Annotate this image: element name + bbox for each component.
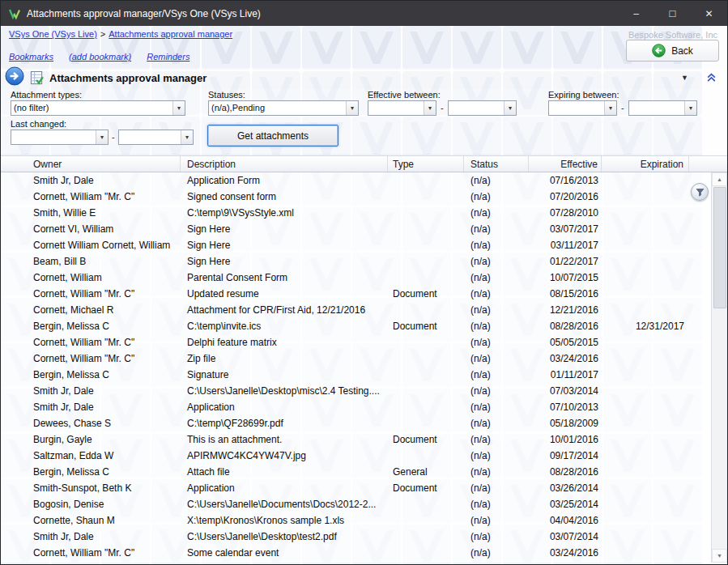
- cell-description: Application: [181, 482, 388, 494]
- minimize-button[interactable]: –: [618, 1, 654, 26]
- column-header-description[interactable]: Description: [181, 156, 388, 172]
- table-row[interactable]: Smith Jr, DaleApplication Form(n/a)07/16…: [1, 172, 711, 189]
- effective-from-dropdown[interactable]: ▾: [368, 100, 436, 116]
- table-row[interactable]: Smith Jr, DaleApplication(n/a)07/10/2013: [1, 399, 711, 415]
- panel-menu-arrow-icon[interactable]: ▼: [681, 74, 688, 82]
- vertical-scrollbar[interactable]: ▲ ▼: [711, 172, 727, 563]
- cell-effective: 08/28/2016: [529, 466, 602, 478]
- chevron-down-icon[interactable]: ▾: [96, 130, 108, 144]
- cell-status: (n/a): [464, 304, 529, 316]
- cell-effective: 03/11/2017: [529, 240, 602, 251]
- table-row[interactable]: Bergin, Melissa CSignature(n/a)01/11/201…: [1, 367, 711, 383]
- table-row[interactable]: Cornette, Shaun MX:\temp\Kronos\Kronos s…: [1, 512, 711, 529]
- table-row[interactable]: Cornett, William "Mr. C"Some calendar ev…: [1, 545, 711, 561]
- cell-effective: 03/24/2016: [529, 353, 602, 364]
- statuses-dropdown[interactable]: (n/a),Pending ▾: [208, 100, 359, 116]
- back-button-label: Back: [671, 45, 693, 57]
- cell-description: Sign Here: [181, 223, 388, 235]
- cell-description: C:\Users\Janelle\Desktop\misc\2.4 Testin…: [181, 385, 388, 397]
- table-row[interactable]: Cornett, William "Mr. C"Zip file(n/a)03/…: [1, 350, 711, 367]
- scroll-down-icon[interactable]: ▼: [712, 549, 727, 563]
- cell-description: This is an attachment.: [181, 434, 388, 445]
- table-row[interactable]: Cornett, Michael RAttachment for CPR/Fir…: [1, 302, 711, 318]
- table-row[interactable]: Smith Jr, DaleC:\Users\Janelle\Desktop\m…: [1, 383, 711, 399]
- table-row[interactable]: Beam, Bill BSign Here(n/a)01/22/2017: [1, 253, 711, 270]
- cell-description: Attachment for CPR/First Aid, 12/21/2016: [181, 304, 388, 316]
- last-changed-from-dropdown[interactable]: ▾: [11, 130, 109, 145]
- column-header-owner[interactable]: Owner: [1, 156, 181, 172]
- table-row[interactable]: Smith-Sunspot, Beth KApplicationDocument…: [1, 480, 711, 496]
- table-header: Owner Description Type Status Effective …: [1, 155, 727, 172]
- chevron-down-icon[interactable]: ▾: [604, 101, 616, 115]
- expiring-to-dropdown[interactable]: ▾: [628, 100, 697, 116]
- cell-type: Document: [388, 288, 464, 299]
- cell-owner: Cornette, Shaun M: [1, 515, 181, 526]
- table-row[interactable]: Burgin, GayleThis is an attachment.Docum…: [1, 431, 711, 448]
- table-row[interactable]: Cornett VI, WilliamSign Here(n/a)03/07/2…: [1, 221, 711, 237]
- table-row[interactable]: Dewees, Chase SC:\temp\QF28699r.pdf(n/a)…: [1, 415, 711, 431]
- cell-owner: Smith Jr, Dale: [1, 531, 181, 542]
- column-header-expiration[interactable]: Expiration: [602, 156, 689, 172]
- column-header-type[interactable]: Type: [388, 156, 464, 172]
- table-row[interactable]: Cornett, William "Mr. C"Updated resumeDo…: [1, 286, 711, 302]
- filter-funnel-button[interactable]: [691, 183, 709, 201]
- table-row[interactable]: Smith, Willie EC:\temp\9\VSysStyle.xml(n…: [1, 205, 711, 221]
- cell-description: Delphi feature matrix: [181, 337, 388, 348]
- table-row[interactable]: Cornett, WilliamParental Consent Form(n/…: [1, 270, 711, 286]
- column-header-effective[interactable]: Effective: [529, 156, 602, 172]
- cell-owner: Bergin, Melissa C: [1, 466, 181, 478]
- cell-description: C:\temp\QF28699r.pdf: [181, 418, 388, 429]
- expiring-to-value: [629, 101, 684, 115]
- get-attachments-button[interactable]: Get attachments: [207, 125, 338, 147]
- chevron-down-icon[interactable]: ▾: [181, 130, 193, 144]
- table-row[interactable]: Saltzman, Edda WAPIRMWC4KC4YW47V.jpg(n/a…: [1, 448, 711, 464]
- cell-status: (n/a): [464, 256, 529, 267]
- expiring-from-dropdown[interactable]: ▾: [548, 100, 617, 116]
- last-changed-from-value: [11, 130, 96, 144]
- attachment-types-dropdown[interactable]: (no filter) ▾: [11, 100, 185, 116]
- table-row[interactable]: Cornett, William "Mr. C"Signed consent f…: [1, 189, 711, 205]
- cell-expiration: 12/31/2017: [602, 321, 689, 332]
- navigate-button[interactable]: [5, 66, 24, 86]
- cell-owner: Smith, Willie E: [1, 207, 181, 219]
- range-separator: -: [441, 103, 444, 113]
- cell-effective: 05/05/2015: [529, 337, 602, 348]
- cell-status: (n/a): [464, 369, 529, 380]
- page-title: Attachments approval manager: [49, 72, 206, 84]
- window-title: Attachments approval manager/VSys One (V…: [27, 8, 261, 19]
- cell-owner: Burgin, Gayle: [1, 434, 181, 445]
- cell-effective: 04/04/2016: [529, 515, 602, 526]
- expiring-between-label: Expiring between:: [548, 90, 619, 100]
- table-row[interactable]: Bogosin, DeniseC:\Users\Janelle\Document…: [1, 496, 711, 512]
- chevron-down-icon[interactable]: ▾: [346, 101, 358, 115]
- table-row[interactable]: Cornett, William "Mr. C"Delphi feature m…: [1, 334, 711, 350]
- table-row[interactable]: Bergin, Melissa CC:\temp\invite.icsDocum…: [1, 318, 711, 334]
- breadcrumb-home-link[interactable]: VSys One (VSys Live): [9, 29, 97, 39]
- bookmarks-link[interactable]: Bookmarks: [9, 52, 53, 62]
- table-row[interactable]: Smith Jr, DaleC:\Users\Janelle\Desktop\t…: [1, 529, 711, 545]
- quick-links: Bookmarks (add bookmark) Reminders: [9, 52, 202, 62]
- effective-to-dropdown[interactable]: ▾: [448, 100, 517, 116]
- cell-status: (n/a): [464, 353, 529, 364]
- last-changed-to-dropdown[interactable]: ▾: [118, 130, 194, 145]
- table-row[interactable]: Cornett William Cornett, WilliamSign Her…: [1, 237, 711, 253]
- add-bookmark-link[interactable]: (add bookmark): [69, 52, 131, 62]
- scrollbar-thumb[interactable]: [713, 187, 726, 308]
- chevron-down-icon[interactable]: ▾: [172, 101, 185, 115]
- table-row[interactable]: Bergin, Melissa CAttach fileGeneral(n/a)…: [1, 464, 711, 480]
- close-button[interactable]: ✕: [691, 1, 727, 26]
- cell-owner: Cornett, William: [1, 272, 181, 283]
- breadcrumb-current-link[interactable]: Attachments approval manager: [109, 29, 232, 39]
- maximize-button[interactable]: □: [654, 1, 691, 26]
- cell-owner: Saltzman, Edda W: [1, 450, 181, 461]
- back-button[interactable]: Back: [626, 40, 719, 62]
- chevron-down-icon[interactable]: ▾: [424, 101, 436, 115]
- column-header-status[interactable]: Status: [464, 156, 529, 172]
- cell-owner: Cornett, William "Mr. C": [1, 337, 181, 348]
- scroll-up-icon[interactable]: ▲: [712, 172, 727, 186]
- cell-effective: 08/28/2016: [529, 321, 602, 332]
- collapse-panel-icon[interactable]: [706, 71, 717, 86]
- chevron-down-icon[interactable]: ▾: [684, 101, 696, 115]
- reminders-link[interactable]: Reminders: [147, 52, 189, 62]
- chevron-down-icon[interactable]: ▾: [504, 101, 516, 115]
